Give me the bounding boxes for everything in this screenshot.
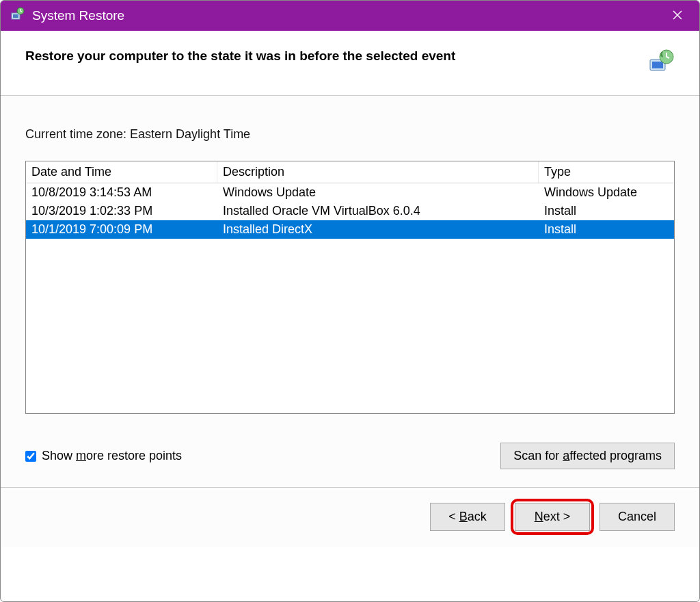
content-section: Current time zone: Eastern Daylight Time…: [1, 96, 699, 428]
timezone-label: Current time zone: Eastern Daylight Time: [25, 127, 675, 142]
table-body: 10/8/2019 3:14:53 AMWindows UpdateWindow…: [26, 183, 674, 239]
cell-description: Windows Update: [217, 183, 539, 202]
close-button[interactable]: [665, 5, 690, 27]
column-header-type[interactable]: Type: [539, 161, 674, 183]
cell-description: Installed DirectX: [217, 220, 539, 239]
cell-date: 10/8/2019 3:14:53 AM: [26, 183, 217, 202]
next-button[interactable]: Next >: [515, 503, 590, 531]
window-title: System Restore: [32, 8, 124, 23]
footer-buttons: < Back Next > Cancel: [1, 487, 699, 547]
back-button[interactable]: < Back: [430, 503, 505, 531]
restore-points-table: Date and Time Description Type 10/8/2019…: [25, 161, 675, 414]
bottom-controls: Show more restore points Scan for affect…: [1, 428, 699, 487]
svg-rect-6: [652, 62, 663, 68]
column-header-date[interactable]: Date and Time: [26, 161, 217, 183]
cell-type: Windows Update: [539, 183, 674, 202]
cell-type: Install: [539, 220, 674, 239]
show-more-label: Show more restore points: [42, 449, 182, 463]
cell-date: 10/1/2019 7:00:09 PM: [26, 220, 217, 239]
cell-type: Install: [539, 202, 674, 220]
header-text: Restore your computer to the state it wa…: [25, 49, 455, 64]
cancel-button[interactable]: Cancel: [600, 503, 675, 531]
table-header: Date and Time Description Type: [26, 161, 674, 183]
column-header-description[interactable]: Description: [217, 161, 539, 183]
show-more-checkbox-input[interactable]: [25, 451, 36, 462]
table-row[interactable]: 10/8/2019 3:14:53 AMWindows UpdateWindow…: [26, 183, 674, 202]
cell-date: 10/3/2019 1:02:33 PM: [26, 202, 217, 220]
table-row[interactable]: 10/3/2019 1:02:33 PMInstalled Oracle VM …: [26, 202, 674, 220]
table-row[interactable]: 10/1/2019 7:00:09 PMInstalled DirectXIns…: [26, 220, 674, 239]
titlebar: System Restore: [1, 1, 699, 31]
svg-rect-1: [13, 14, 18, 18]
close-icon: [672, 10, 683, 21]
scan-affected-programs-button[interactable]: Scan for affected programs: [500, 443, 675, 469]
header-section: Restore your computer to the state it wa…: [1, 31, 699, 96]
next-button-highlight: Next >: [515, 503, 590, 531]
system-restore-icon: [10, 7, 25, 25]
system-restore-large-icon: [647, 49, 675, 76]
show-more-restore-points-checkbox[interactable]: Show more restore points: [25, 449, 182, 463]
cell-description: Installed Oracle VM VirtualBox 6.0.4: [217, 202, 539, 220]
